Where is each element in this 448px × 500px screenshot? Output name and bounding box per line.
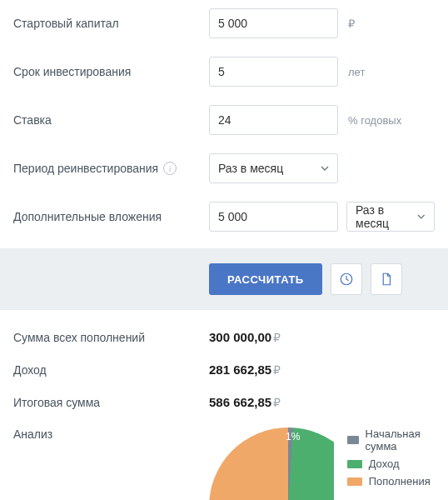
additional-freq-select[interactable]: Раз в месяц: [346, 202, 435, 232]
income-label: Доход: [13, 363, 209, 377]
deposits-row: Сумма всех пополнений 300 000,00₽: [13, 330, 435, 344]
legend-initial: Начальная сумма: [347, 428, 435, 452]
rate-label: Ставка: [13, 113, 209, 127]
info-icon[interactable]: i: [163, 162, 177, 175]
analysis-label: Анализ: [13, 428, 209, 441]
pie-chart: 1% 48% 51%: [209, 428, 334, 500]
start-capital-input[interactable]: [209, 8, 338, 38]
term-unit: лет: [348, 66, 365, 78]
analysis-row: Анализ 1% 48% 51% Начальная сумма Доход …: [13, 428, 435, 500]
rate-row: Ставка % годовых: [13, 105, 435, 135]
additional-input[interactable]: [209, 202, 338, 232]
action-bar: РАССЧИТАТЬ: [0, 248, 448, 310]
legend: Начальная сумма Доход Пополнения: [347, 428, 435, 492]
term-input[interactable]: [209, 57, 338, 87]
swatch-green: [347, 460, 362, 468]
start-capital-row: Стартовый капитал ₽: [13, 8, 435, 38]
start-capital-label: Стартовый капитал: [13, 17, 209, 30]
swatch-grey: [347, 436, 359, 444]
legend-income: Доход: [347, 458, 435, 470]
start-capital-unit: ₽: [348, 18, 355, 30]
total-row: Итоговая сумма 586 662,85₽: [13, 395, 435, 409]
chevron-down-icon: [321, 164, 329, 172]
reinvest-period-select[interactable]: Раз в месяц: [209, 153, 338, 183]
total-label: Итоговая сумма: [13, 396, 209, 409]
chevron-down-icon: [417, 212, 426, 221]
legend-deposits: Пополнения: [347, 475, 435, 488]
deposits-value: 300 000,00: [209, 330, 271, 344]
additional-row: Дополнительные вложения Раз в месяц: [13, 202, 435, 232]
rate-unit: % годовых: [348, 114, 401, 127]
clock-icon: [339, 272, 354, 287]
income-row: Доход 281 662,85₽: [13, 362, 435, 377]
term-label: Срок инвестирования: [13, 65, 209, 78]
term-row: Срок инвестирования лет: [13, 57, 435, 87]
income-value: 281 662,85: [209, 362, 271, 377]
reinvest-period-label: Период реинвестирования i: [13, 162, 209, 175]
document-button[interactable]: [371, 263, 402, 295]
additional-label: Дополнительные вложения: [13, 210, 209, 223]
rate-input[interactable]: [209, 105, 338, 135]
deposits-label: Сумма всех пополнений: [13, 331, 209, 344]
history-button[interactable]: [331, 263, 362, 295]
reinvest-period-row: Период реинвестирования i Раз в месяц: [13, 153, 435, 183]
swatch-orange: [347, 478, 362, 486]
calculate-button[interactable]: РАССЧИТАТЬ: [209, 263, 322, 295]
pct-initial: 1%: [286, 431, 300, 442]
document-icon: [379, 272, 394, 287]
total-value: 586 662,85: [209, 395, 271, 409]
